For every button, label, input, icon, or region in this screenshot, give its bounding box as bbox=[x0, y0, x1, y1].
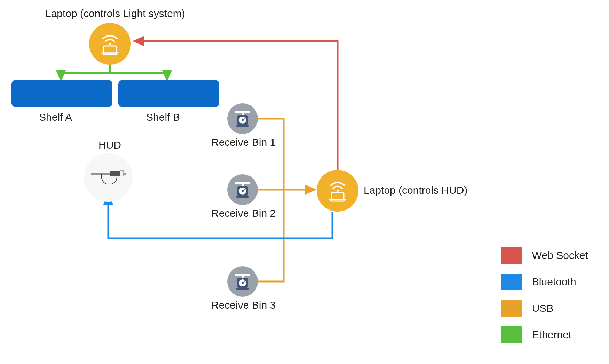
wifi-laptop-icon bbox=[96, 30, 124, 58]
svg-rect-5 bbox=[235, 111, 250, 113]
laptop-hud-node bbox=[317, 170, 358, 212]
svg-point-0 bbox=[109, 43, 111, 45]
scale-icon bbox=[232, 179, 253, 200]
smart-glasses-icon bbox=[87, 164, 129, 191]
legend-label-ethernet: Ethernet bbox=[532, 329, 571, 341]
scale-icon bbox=[232, 271, 253, 292]
legend-swatch-web-socket bbox=[501, 247, 522, 264]
shelf-a-label: Shelf A bbox=[39, 111, 72, 123]
legend: Web Socket Bluetooth USB Ethernet bbox=[501, 247, 588, 343]
conn-laptop-light-to-shelf-b bbox=[110, 64, 167, 80]
legend-label-usb: USB bbox=[532, 302, 554, 314]
laptop-light-label: Laptop (controls Light system) bbox=[45, 8, 185, 19]
svg-rect-27 bbox=[331, 193, 344, 200]
svg-rect-1 bbox=[104, 46, 116, 53]
bin2-label: Receive Bin 2 bbox=[211, 207, 276, 219]
svg-rect-19 bbox=[235, 274, 250, 276]
shelf-b-label: Shelf B bbox=[146, 111, 180, 123]
svg-rect-11 bbox=[236, 125, 249, 127]
svg-rect-20 bbox=[242, 276, 244, 278]
bin1-node bbox=[227, 103, 258, 134]
legend-swatch-usb bbox=[501, 300, 522, 317]
legend-label-web-socket: Web Socket bbox=[532, 250, 588, 261]
laptop-hud-label: Laptop (controls HUD) bbox=[364, 184, 467, 196]
svg-rect-25 bbox=[236, 288, 249, 290]
hud-node bbox=[84, 153, 133, 202]
svg-rect-18 bbox=[236, 196, 249, 198]
legend-row-web-socket: Web Socket bbox=[501, 247, 588, 264]
wifi-laptop-icon bbox=[324, 177, 351, 205]
conn-laptop-light-to-shelf-a bbox=[61, 64, 110, 80]
laptop-light-node bbox=[89, 23, 131, 65]
legend-row-bluetooth: Bluetooth bbox=[501, 274, 588, 290]
legend-swatch-bluetooth bbox=[501, 274, 522, 290]
legend-row-ethernet: Ethernet bbox=[501, 326, 588, 343]
bin3-node bbox=[227, 266, 258, 297]
svg-rect-6 bbox=[242, 113, 244, 115]
shelf-b-block bbox=[118, 80, 219, 107]
svg-rect-12 bbox=[235, 182, 250, 184]
bin2-node bbox=[227, 174, 258, 205]
svg-rect-13 bbox=[242, 184, 244, 186]
legend-swatch-ethernet bbox=[501, 326, 522, 343]
legend-row-usb: USB bbox=[501, 300, 588, 317]
svg-point-26 bbox=[337, 190, 339, 192]
shelf-a-block bbox=[11, 80, 112, 107]
hud-label: HUD bbox=[98, 139, 121, 151]
svg-rect-3 bbox=[110, 171, 120, 176]
diagram-canvas: Laptop (controls Light system) Shelf A S… bbox=[0, 0, 609, 364]
legend-label-bluetooth: Bluetooth bbox=[532, 276, 576, 288]
bin3-label: Receive Bin 3 bbox=[211, 299, 276, 311]
svg-rect-4 bbox=[120, 171, 124, 176]
bin1-label: Receive Bin 1 bbox=[211, 136, 276, 148]
scale-icon bbox=[232, 108, 253, 129]
